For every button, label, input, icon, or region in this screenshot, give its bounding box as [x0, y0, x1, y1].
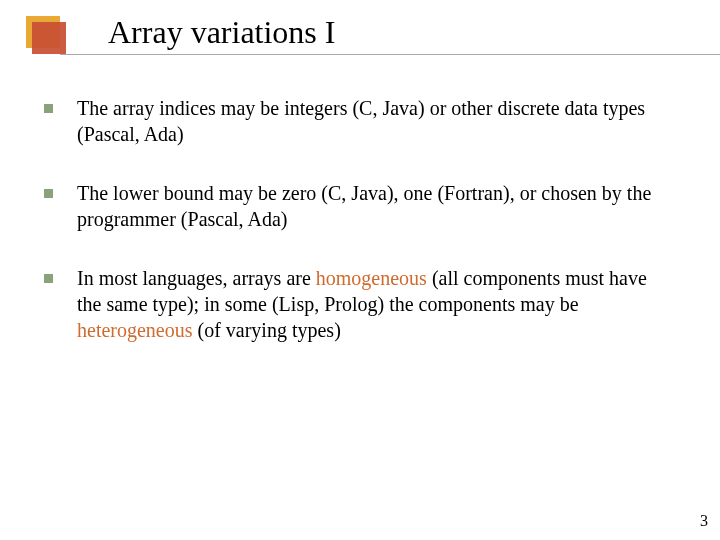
bullet-item: The array indices may be integers (C, Ja… [44, 96, 670, 147]
bullet-marker-icon [44, 189, 53, 198]
text-segment: (of varying types) [193, 319, 341, 341]
bullet-item: The lower bound may be zero (C, Java), o… [44, 181, 670, 232]
highlight-text: homogeneous [316, 267, 427, 289]
text-segment: The array indices may be integers (C, Ja… [77, 97, 645, 145]
text-segment: The lower bound may be zero (C, Java), o… [77, 182, 651, 230]
bullet-text: The lower bound may be zero (C, Java), o… [77, 181, 670, 232]
highlight-text: heterogeneous [77, 319, 193, 341]
bullet-marker-icon [44, 274, 53, 283]
slide: Array variations I The array indices may… [0, 0, 720, 540]
bullet-text: In most languages, arrays are homogeneou… [77, 266, 670, 343]
slide-title: Array variations I [108, 14, 335, 51]
text-segment: In most languages, arrays are [77, 267, 316, 289]
title-underline [60, 54, 720, 55]
bullet-text: The array indices may be integers (C, Ja… [77, 96, 670, 147]
bullet-item: In most languages, arrays are homogeneou… [44, 266, 670, 343]
slide-body: The array indices may be integers (C, Ja… [44, 96, 670, 377]
bullet-marker-icon [44, 104, 53, 113]
page-number: 3 [700, 512, 708, 530]
accent-square-red [32, 22, 66, 54]
